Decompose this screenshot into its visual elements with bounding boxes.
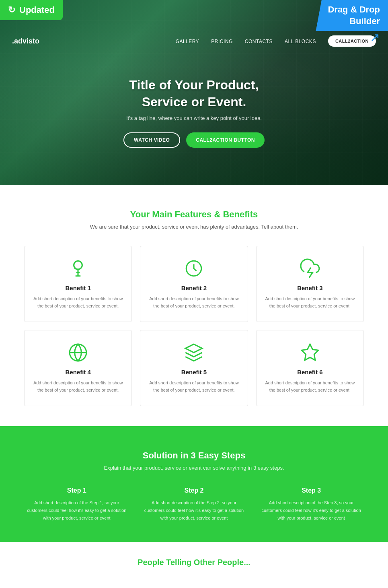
step-2-desc: Add short description of the Step 2, so … (142, 499, 247, 522)
benefit-2-desc: Add short description of your benefits t… (148, 295, 239, 309)
benefit-card-6: Benefit 6 Add short description of your … (256, 330, 364, 406)
step-1-title: Step 1 (24, 487, 129, 494)
nav-item-contacts[interactable]: CONTACTS (245, 37, 273, 45)
hero-title: Title of Your Product,Service or Event. (8, 77, 380, 110)
nav-item-pricing[interactable]: PRICING (211, 37, 233, 45)
hero-tagline: It's a tag line, where you can write a k… (8, 115, 380, 121)
nav-item-gallery[interactable]: GALLERY (176, 37, 199, 45)
watch-video-button[interactable]: WATCH VIDEO (123, 132, 180, 148)
layers-icon (184, 342, 204, 363)
hero-cta-button[interactable]: CALL2ACTION BUTTON (186, 132, 265, 148)
steps-section: Solution in 3 Easy Steps Explain that yo… (0, 426, 388, 542)
features-title: Your Main Features & Benefits (24, 209, 364, 220)
benefit-3-title: Benefit 3 (265, 285, 355, 291)
step-2-title: Step 2 (142, 487, 247, 494)
cloud-lightning-icon (300, 258, 320, 279)
benefit-6-title: Benefit 6 (265, 369, 355, 375)
step-1-desc: Add short description of the Step 1, so … (24, 499, 129, 522)
updated-label: Updated (19, 5, 55, 15)
benefit-1-desc: Add short description of your benefits t… (33, 295, 123, 309)
benefit-2-title: Benefit 2 (148, 285, 239, 291)
updated-badge: ↻ Updated (0, 0, 63, 20)
steps-subtitle: Explain that your product, service or ev… (24, 465, 364, 471)
step-3-desc: Add short description of the Step 3, so … (259, 499, 364, 522)
benefit-card-5: Benefit 5 Add short description of your … (140, 330, 248, 406)
benefit-4-title: Benefit 4 (33, 369, 123, 375)
features-section: Your Main Features & Benefits We are sur… (0, 185, 388, 426)
lightbulb-icon (68, 258, 88, 279)
hero-buttons: WATCH VIDEO CALL2ACTION BUTTON (8, 132, 380, 148)
benefit-5-desc: Add short description of your benefits t… (148, 380, 239, 394)
svg-marker-5 (302, 344, 318, 360)
benefit-card-1: Benefit 1 Add short description of your … (24, 246, 132, 322)
navbar: .advisto GALLERY PRICING CONTACTS ALL BL… (0, 29, 388, 53)
benefit-4-desc: Add short description of your benefits t… (33, 380, 123, 394)
top-badges-bar: ↻ Updated Drag & DropBuilder (0, 0, 388, 29)
star-icon (300, 342, 320, 363)
drag-drop-label: Drag & DropBuilder (328, 4, 380, 26)
nav-links: GALLERY PRICING CONTACTS ALL BLOCKS (176, 37, 316, 45)
benefits-grid: Benefit 1 Add short description of your … (24, 246, 364, 406)
step-2: Step 2 Add short description of the Step… (142, 487, 247, 522)
benefit-card-4: Benefit 4 Add short description of your … (24, 330, 132, 406)
step-3-title: Step 3 (259, 487, 364, 494)
logo: .advisto (12, 37, 39, 45)
steps-title: Solution in 3 Easy Steps (24, 450, 364, 461)
benefit-3-desc: Add short description of your benefits t… (265, 295, 355, 309)
step-3: Step 3 Add short description of the Step… (259, 487, 364, 522)
drag-drop-arrow-icon: ↗ (370, 30, 380, 44)
logo-prefix: .advis (12, 37, 33, 45)
svg-marker-4 (186, 344, 203, 353)
features-subtitle: We are sure that your product, service o… (24, 224, 364, 230)
navbar-cta-button[interactable]: CALL2ACTION (328, 35, 376, 47)
globe-icon (68, 342, 88, 363)
steps-grid: Step 1 Add short description of the Step… (24, 487, 364, 522)
teaser-text: People Telling Other People... (24, 558, 364, 567)
logo-suffix: to (33, 37, 39, 45)
benefit-5-title: Benefit 5 (148, 369, 239, 375)
clock-icon (184, 258, 204, 279)
benefit-card-3: Benefit 3 Add short description of your … (256, 246, 364, 322)
nav-item-allblocks[interactable]: ALL BLOCKS (285, 37, 316, 45)
benefit-6-desc: Add short description of your benefits t… (265, 380, 355, 394)
drag-drop-badge: Drag & DropBuilder (316, 0, 388, 31)
step-1: Step 1 Add short description of the Step… (24, 487, 129, 522)
hero-content: Title of Your Product,Service or Event. … (0, 53, 388, 164)
sync-icon: ↻ (8, 5, 15, 15)
benefit-card-2: Benefit 2 Add short description of your … (140, 246, 248, 322)
benefit-1-title: Benefit 1 (33, 285, 123, 291)
bottom-teaser: People Telling Other People... (0, 542, 388, 575)
